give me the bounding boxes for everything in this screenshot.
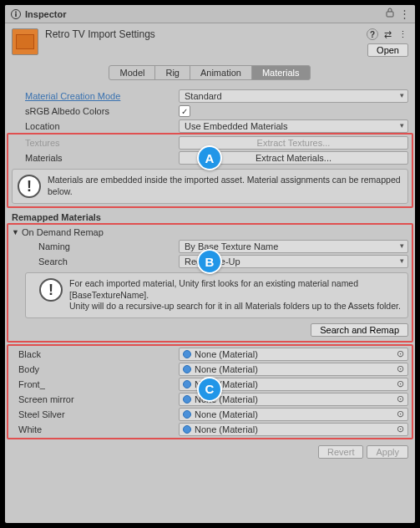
tab-materials[interactable]: Materials: [251, 65, 311, 80]
region-b: ▼ On Demand Remap Naming By Base Texture…: [12, 224, 408, 342]
tabs-row: Model Rig Animation Materials: [5, 60, 415, 89]
footer-buttons: Revert Apply: [12, 439, 408, 462]
lock-icon[interactable]: [386, 8, 394, 20]
material-slot-label: Black: [12, 349, 179, 359]
naming-dropdown[interactable]: By Base Texture Name: [179, 240, 408, 253]
svg-rect-3: [387, 12, 393, 17]
material-object-field[interactable]: None (Material)⊙: [179, 408, 408, 421]
object-field-text: None (Material): [195, 364, 394, 374]
info-remap-text: For each imported material, Unity first …: [69, 278, 402, 312]
info-bang-icon: !: [18, 175, 41, 198]
asset-title: Retro TV Import Settings: [45, 28, 367, 43]
on-demand-remap-label: On Demand Remap: [22, 227, 104, 237]
svg-point-1: [15, 11, 17, 13]
object-field-text: None (Material): [195, 379, 394, 389]
tab-model[interactable]: Model: [109, 65, 155, 80]
material-creation-mode-dropdown[interactable]: Standard: [179, 89, 408, 103]
object-dot-icon: [183, 410, 191, 419]
object-dot-icon: [183, 350, 191, 358]
naming-label: Naming: [12, 241, 179, 251]
material-slot-row: Steel SilverNone (Material)⊙: [12, 407, 408, 422]
material-object-field[interactable]: None (Material)⊙: [179, 393, 408, 406]
srgb-label: sRGB Albedo Colors: [12, 106, 179, 116]
material-creation-mode-label[interactable]: Material Creation Mode: [12, 91, 179, 101]
object-field-text: None (Material): [195, 409, 394, 419]
material-object-field[interactable]: None (Material)⊙: [179, 378, 408, 391]
material-slot-label: Front_: [12, 379, 179, 389]
object-dot-icon: [183, 395, 191, 404]
material-object-field[interactable]: None (Material)⊙: [179, 348, 408, 361]
search-and-remap-button[interactable]: Search and Remap: [311, 323, 408, 337]
search-dropdown[interactable]: Recursive-Up: [179, 255, 408, 268]
apply-button[interactable]: Apply: [367, 445, 408, 459]
info-embedded: ! Materials are embedded inside the impo…: [12, 169, 408, 204]
tab-rig[interactable]: Rig: [154, 65, 190, 80]
material-object-field[interactable]: None (Material)⊙: [179, 363, 408, 376]
extract-textures-button: Extract Textures...: [179, 136, 408, 150]
object-picker-icon[interactable]: ⊙: [394, 378, 406, 389]
object-field-text: None (Material): [195, 424, 394, 434]
material-object-field[interactable]: None (Material)⊙: [179, 423, 408, 436]
region-a: Textures Extract Textures... Materials E…: [12, 134, 408, 207]
revert-button[interactable]: Revert: [318, 445, 363, 459]
object-picker-icon[interactable]: ⊙: [394, 348, 406, 359]
material-slot-label: Screen mirror: [12, 394, 179, 404]
preset-icon[interactable]: ⇄: [382, 28, 393, 40]
svg-rect-2: [15, 13, 17, 17]
object-field-text: None (Material): [195, 349, 394, 359]
material-slot-row: BlackNone (Material)⊙: [12, 347, 408, 362]
asset-header: Retro TV Import Settings ? ⇄ ⋮ Open: [5, 23, 415, 60]
material-slot-row: WhiteNone (Material)⊙: [12, 422, 408, 437]
object-dot-icon: [183, 365, 191, 373]
object-picker-icon[interactable]: ⊙: [394, 409, 406, 419]
info-embedded-text: Materials are embedded inside the import…: [48, 175, 402, 197]
material-slot-row: Screen mirrorNone (Material)⊙: [12, 392, 408, 407]
help-icon[interactable]: ?: [367, 28, 378, 40]
material-slot-row: BodyNone (Material)⊙: [12, 362, 408, 377]
object-picker-icon[interactable]: ⊙: [394, 393, 406, 404]
object-field-text: None (Material): [195, 394, 394, 404]
materials-label: Materials: [12, 153, 179, 163]
region-c: C BlackNone (Material)⊙BodyNone (Materia…: [12, 345, 408, 439]
on-demand-remap-foldout[interactable]: ▼ On Demand Remap: [12, 226, 408, 239]
remapped-materials-title: Remapped Materials: [12, 207, 408, 224]
context-menu-icon[interactable]: ⋮: [397, 28, 408, 40]
material-slot-label: Body: [12, 364, 179, 374]
search-label: Search: [12, 256, 179, 267]
srgb-checkbox[interactable]: ✓: [179, 105, 190, 117]
inspector-body: Material Creation Mode Standard sRGB Alb…: [5, 89, 415, 523]
asset-icon: [12, 28, 38, 55]
location-label: Location: [12, 121, 179, 131]
panel-menu-icon[interactable]: ⋮: [399, 8, 410, 20]
info-remap: ! For each imported material, Unity firs…: [25, 272, 408, 318]
material-slot-label: Steel Silver: [12, 409, 179, 419]
inspector-window: Inspector ⋮ Retro TV Import Settings ? ⇄…: [5, 5, 415, 523]
info-icon: [10, 8, 22, 20]
location-dropdown[interactable]: Use Embedded Materials: [179, 119, 408, 133]
object-picker-icon[interactable]: ⊙: [394, 363, 406, 374]
textures-label: Textures: [12, 138, 179, 148]
foldout-arrow-icon: ▼: [12, 228, 22, 236]
extract-materials-button[interactable]: Extract Materials...: [179, 151, 408, 165]
titlebar: Inspector ⋮: [5, 5, 415, 23]
info-bang-icon-2: !: [39, 278, 63, 302]
object-picker-icon[interactable]: ⊙: [394, 424, 406, 434]
material-slot-row: Front_None (Material)⊙: [12, 377, 408, 392]
object-dot-icon: [183, 380, 191, 388]
open-button[interactable]: Open: [367, 43, 408, 57]
object-dot-icon: [183, 425, 191, 434]
tab-animation[interactable]: Animation: [190, 65, 252, 80]
window-title: Inspector: [25, 9, 386, 19]
material-slot-label: White: [12, 424, 179, 434]
